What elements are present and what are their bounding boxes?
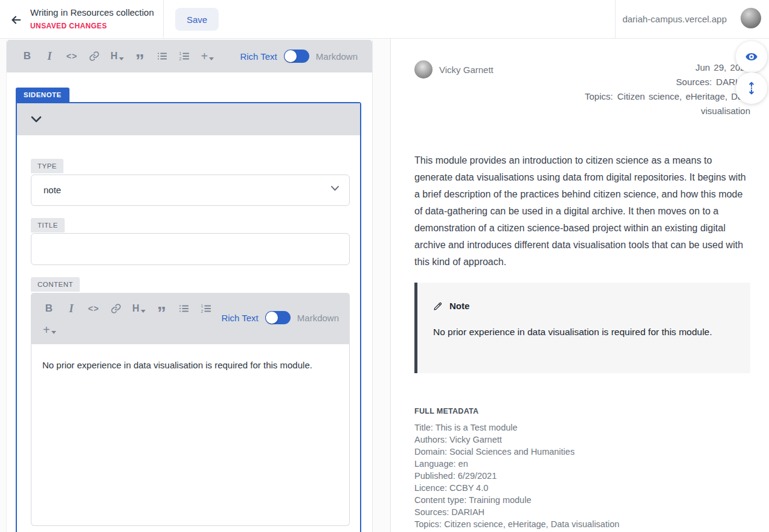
toolbar-buttons-row: B I <> H ” 12: [21, 47, 214, 65]
heading-glyph: H: [111, 51, 118, 62]
svg-text:2: 2: [201, 309, 204, 313]
editor-pane: B I <> H ” 12: [0, 39, 391, 532]
heading-button[interactable]: H: [111, 49, 124, 63]
type-select-value: note: [43, 175, 61, 205]
markdown-label: Markdown: [297, 313, 339, 323]
type-select[interactable]: note: [31, 175, 350, 206]
type-field-label: TYPE: [31, 159, 63, 173]
metadata-rows: Title: This is a Test module Authors: Vi…: [414, 421, 750, 530]
bold-button[interactable]: B: [43, 301, 55, 316]
preview-pane: Vicky Garnett Jun 29, 2021 Sources:DARIA…: [391, 39, 769, 532]
sidenote-widget-tab: SIDENOTE: [16, 88, 69, 102]
unsaved-changes-badge: UNSAVED CHANGES: [30, 22, 107, 30]
back-button[interactable]: [8, 12, 24, 28]
rich-text-label: Rich Text: [240, 51, 277, 62]
numbered-list-button[interactable]: 12: [179, 49, 191, 63]
full-metadata-section: FULL METADATA Title: This is a Test modu…: [414, 407, 750, 530]
title-input[interactable]: [31, 233, 350, 265]
metadata-row: Title: This is a Test module: [414, 421, 750, 434]
content-editor-toolbar: B I <> H ”: [31, 293, 350, 344]
body-editor-toolbar: B I <> H ” 12: [7, 40, 372, 72]
top-bar: Writing in Resources collection UNSAVED …: [0, 0, 769, 39]
bulleted-list-button[interactable]: [178, 301, 190, 316]
bold-button[interactable]: B: [21, 49, 33, 63]
preview-meta: Jun 29, 2021 Sources:DARIAH Topics:Citiz…: [542, 60, 750, 118]
user-avatar[interactable]: [741, 8, 761, 28]
add-component-button[interactable]: +: [201, 49, 214, 63]
caret-down-icon: [51, 331, 56, 334]
toolbar-buttons-row: B I <> H ”: [43, 300, 213, 318]
caret-down-icon: [209, 57, 214, 60]
toggle-knob: [285, 50, 297, 62]
topbar-divider-right: [615, 0, 616, 39]
pencil-icon: [433, 301, 443, 311]
preview-content: Vicky Garnett Jun 29, 2021 Sources:DARIA…: [414, 39, 750, 530]
numbered-list-button[interactable]: 12: [201, 301, 213, 316]
bulleted-list-button[interactable]: [156, 49, 169, 63]
svg-text:2: 2: [179, 57, 182, 61]
note-callout: Note No prior experience in data visuali…: [414, 283, 750, 373]
rich-text-label: Rich Text: [221, 313, 258, 323]
heading-glyph: H: [132, 303, 140, 314]
quote-button[interactable]: ”: [134, 53, 146, 68]
metadata-row: Published: 6/29/2021: [414, 470, 750, 482]
metadata-heading: FULL METADATA: [414, 407, 750, 415]
author-block: Vicky Garnett: [414, 60, 494, 79]
heading-button[interactable]: H: [132, 301, 146, 316]
author-avatar: [414, 60, 433, 79]
add-component-button[interactable]: +: [43, 322, 56, 337]
markdown-label: Markdown: [316, 51, 358, 62]
editor-mode-control: Rich Text Markdown: [221, 311, 339, 324]
note-body: No prior experience in data visualisatio…: [433, 325, 735, 339]
scroll-sync-button[interactable]: [736, 72, 767, 104]
quote-button[interactable]: ”: [156, 306, 168, 320]
svg-text:1: 1: [179, 51, 182, 56]
mode-toggle[interactable]: [265, 311, 291, 324]
code-button[interactable]: <>: [66, 49, 78, 63]
toggle-knob: [266, 312, 278, 324]
toggle-preview-button[interactable]: [736, 41, 767, 72]
app-window: Writing in Resources collection UNSAVED …: [0, 0, 769, 532]
plus-glyph: +: [201, 50, 208, 63]
note-title: Note: [449, 301, 469, 311]
topics-label: Topics:: [585, 91, 613, 101]
toolbar-buttons-row: +: [43, 321, 56, 339]
link-button[interactable]: [110, 301, 122, 316]
publish-date: Jun 29, 2021: [542, 60, 750, 75]
sidenote-widget-header[interactable]: [17, 103, 360, 135]
preview-header: Vicky Garnett Jun 29, 2021 Sources:DARIA…: [414, 60, 750, 118]
back-arrow-icon: [10, 13, 23, 27]
italic-button[interactable]: I: [65, 301, 77, 316]
editor-card: B I <> H ” 12: [6, 40, 373, 532]
note-title-row: Note: [433, 301, 735, 311]
collapse-chevron-icon[interactable]: [29, 112, 43, 127]
sidenote-widget-panel: TYPE note TITLE CONTENT B I <>: [16, 102, 361, 532]
plus-glyph: +: [43, 323, 50, 337]
metadata-row: Authors: Vicky Garnett: [414, 434, 750, 446]
scroll-sync-icon: [745, 82, 758, 95]
author-name: Vicky Garnett: [439, 65, 494, 75]
topics-line: Topics:Citizen science, eHeritage, Data …: [542, 89, 750, 118]
module-description: This module provides an introduction to …: [414, 152, 750, 271]
link-button[interactable]: [88, 49, 100, 63]
sources-label: Sources:: [676, 77, 712, 87]
metadata-row: Domain: Social Sciences and Humanities: [414, 446, 750, 458]
caret-down-icon: [119, 57, 124, 60]
topics-value: Citizen science, eHeritage, Data visuali…: [617, 91, 750, 116]
content-editor-area[interactable]: No prior experience in data visualisatio…: [31, 344, 350, 526]
mode-toggle[interactable]: [284, 50, 309, 63]
topbar-divider-left: [163, 0, 164, 39]
eye-icon: [745, 50, 758, 63]
metadata-row: Sources: DARIAH: [414, 506, 750, 518]
caret-down-icon: [141, 310, 146, 313]
metadata-row: Content type: Training module: [414, 494, 750, 506]
page-title: Writing in Resources collection: [30, 7, 154, 18]
metadata-row: Licence: CCBY 4.0: [414, 482, 750, 494]
save-button[interactable]: Save: [175, 8, 219, 31]
code-button[interactable]: <>: [88, 301, 100, 316]
italic-button[interactable]: I: [43, 49, 56, 63]
site-url-link[interactable]: dariah-campus.vercel.app: [622, 14, 727, 24]
svg-text:1: 1: [201, 304, 204, 308]
sources-line: Sources:DARIAH: [542, 75, 750, 89]
metadata-row: Topics: Citizen science, eHeritage, Data…: [414, 518, 750, 530]
